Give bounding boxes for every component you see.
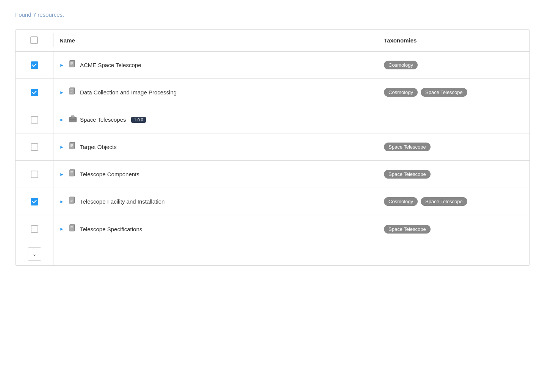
row-name-cell: ► Telescope Specifications	[53, 220, 378, 239]
resource-icon	[69, 196, 77, 207]
row-checkbox-cell	[16, 133, 53, 160]
taxonomy-tag: Cosmology	[384, 197, 418, 206]
row-checkbox[interactable]	[31, 198, 38, 205]
taxonomy-tag: Space Telescope	[384, 143, 431, 151]
document-icon	[69, 224, 77, 232]
resource-name: Telescope Components	[80, 171, 139, 177]
row-checkbox-cell	[16, 188, 53, 215]
row-taxonomies-cell: Cosmology	[378, 56, 529, 74]
row-checkbox[interactable]	[31, 225, 38, 233]
found-resources-text: Found 7 resources.	[15, 11, 530, 18]
row-checkbox-cell	[16, 52, 53, 78]
row-checkbox-cell	[16, 161, 53, 188]
row-checkbox[interactable]	[31, 116, 38, 124]
version-badge: 1.0.0	[131, 117, 146, 123]
table-row: ► Data Collection and Image Processing C…	[16, 79, 529, 106]
resource-icon	[69, 169, 77, 179]
chevron-down-icon: ⌄	[32, 251, 37, 257]
taxonomy-tag: Cosmology	[384, 61, 418, 69]
resource-name: Data Collection and Image Processing	[80, 89, 177, 96]
row-checkbox-cell	[16, 215, 53, 243]
taxonomy-tag: Cosmology	[384, 88, 418, 97]
resource-icon	[69, 115, 77, 124]
resource-icon	[69, 60, 77, 70]
svg-rect-11	[71, 116, 74, 118]
table-body: ► ACME Space Telescope Cosmology ►	[16, 52, 529, 243]
row-taxonomies-cell	[378, 115, 529, 124]
expand-chevron[interactable]: ►	[60, 172, 66, 177]
table-row: ► Telescope Specifications Space Telesco…	[16, 215, 529, 243]
expand-chevron[interactable]: ►	[60, 117, 66, 122]
briefcase-icon	[69, 115, 77, 122]
row-checkbox[interactable]	[31, 89, 38, 96]
footer-row: ⌄	[16, 243, 529, 265]
document-icon	[69, 169, 77, 177]
resource-icon	[69, 87, 77, 97]
expand-chevron[interactable]: ►	[60, 63, 66, 68]
resource-icon	[69, 224, 77, 234]
document-icon	[69, 60, 77, 68]
expand-chevron[interactable]: ►	[60, 144, 66, 150]
row-checkbox-cell	[16, 106, 53, 133]
row-taxonomies-cell: Space Telescope	[378, 220, 529, 238]
resource-name: Telescope Facility and Installation	[80, 198, 164, 205]
table-row: ► Space Telescopes 1.0.0	[16, 106, 529, 133]
header-taxonomies: Taxonomies	[378, 34, 529, 47]
resources-table: Name Taxonomies ► ACME Space Telescope C…	[15, 29, 530, 266]
table-row: ► Telescope Components Space Telescope	[16, 161, 529, 188]
header-name: Name	[53, 34, 378, 47]
document-icon	[69, 87, 77, 96]
table-row: ► Target Objects Space Telescope	[16, 133, 529, 161]
taxonomy-tag: Space Telescope	[384, 170, 431, 179]
expand-chevron[interactable]: ►	[60, 226, 66, 232]
row-taxonomies-cell: Space Telescope	[378, 138, 529, 156]
row-checkbox[interactable]	[31, 171, 38, 178]
resource-name: ACME Space Telescope	[80, 62, 141, 68]
row-name-cell: ► ACME Space Telescope	[53, 55, 378, 75]
row-taxonomies-cell: CosmologySpace Telescope	[378, 193, 529, 210]
table-row: ► Telescope Facility and Installation Co…	[16, 188, 529, 215]
resource-name: Target Objects	[80, 144, 117, 150]
resource-icon	[69, 142, 77, 152]
row-taxonomies-cell: CosmologySpace Telescope	[378, 83, 529, 101]
resource-name: Space Telescopes	[80, 116, 126, 123]
row-taxonomies-cell: Space Telescope	[378, 165, 529, 183]
bulk-action-dropdown[interactable]: ⌄	[28, 247, 41, 261]
document-icon	[69, 196, 77, 205]
row-name-cell: ► Telescope Components	[53, 165, 378, 184]
row-name-cell: ► Data Collection and Image Processing	[53, 83, 378, 102]
row-name-cell: ► Telescope Facility and Installation	[53, 192, 378, 211]
table-header: Name Taxonomies	[16, 30, 529, 52]
row-checkbox-cell	[16, 79, 53, 106]
taxonomy-tag: Space Telescope	[421, 197, 467, 206]
footer-checkbox-cell: ⌄	[16, 243, 53, 265]
document-icon	[69, 142, 77, 150]
row-name-cell: ► Target Objects	[53, 137, 378, 157]
resource-name: Telescope Specifications	[80, 226, 142, 232]
row-checkbox[interactable]	[31, 61, 38, 69]
select-all-checkbox[interactable]	[30, 36, 38, 44]
taxonomy-tag: Space Telescope	[421, 88, 467, 97]
row-checkbox[interactable]	[31, 143, 38, 151]
row-name-cell: ► Space Telescopes 1.0.0	[53, 110, 378, 129]
header-checkbox-cell	[16, 33, 53, 47]
table-row: ► ACME Space Telescope Cosmology	[16, 52, 529, 79]
taxonomy-tag: Space Telescope	[384, 225, 431, 234]
expand-chevron[interactable]: ►	[60, 199, 66, 204]
expand-chevron[interactable]: ►	[60, 90, 66, 95]
